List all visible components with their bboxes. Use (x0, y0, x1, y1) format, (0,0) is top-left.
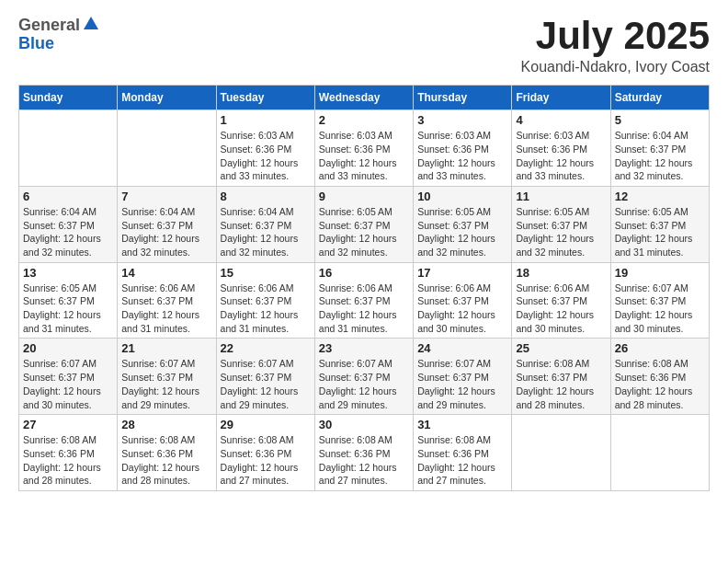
calendar-cell (19, 110, 118, 187)
day-number: 8 (221, 190, 311, 203)
calendar-cell (610, 415, 709, 491)
day-info: Sunrise: 6:08 AMSunset: 6:36 PMDaylight:… (319, 433, 409, 488)
day-number: 30 (319, 418, 409, 431)
calendar-cell: 5Sunrise: 6:04 AMSunset: 6:37 PMDaylight… (610, 110, 709, 187)
day-number: 11 (516, 190, 606, 203)
weekday-header-row: Sunday Monday Tuesday Wednesday Thursday… (19, 86, 710, 110)
day-number: 13 (23, 266, 113, 280)
calendar-cell: 26Sunrise: 6:08 AMSunset: 6:36 PMDayligh… (610, 339, 709, 415)
day-number: 23 (319, 341, 409, 355)
page: General Blue July 2025 Kouandi-Ndakro, I… (0, 0, 728, 563)
day-info: Sunrise: 6:07 AMSunset: 6:37 PMDaylight:… (23, 357, 113, 411)
calendar-cell: 9Sunrise: 6:05 AMSunset: 6:37 PMDaylight… (314, 186, 413, 262)
day-info: Sunrise: 6:07 AMSunset: 6:37 PMDaylight:… (319, 357, 409, 411)
calendar-cell: 10Sunrise: 6:05 AMSunset: 6:37 PMDayligh… (414, 186, 512, 262)
logo-icon (82, 15, 100, 33)
svg-marker-0 (84, 17, 98, 29)
logo-general-text: General (18, 17, 80, 33)
week-row-3: 13Sunrise: 6:05 AMSunset: 6:37 PMDayligh… (19, 262, 710, 339)
day-info: Sunrise: 6:07 AMSunset: 6:37 PMDaylight:… (121, 357, 211, 411)
day-info: Sunrise: 6:03 AMSunset: 6:36 PMDaylight:… (417, 129, 507, 183)
day-number: 27 (23, 418, 113, 431)
calendar-cell: 18Sunrise: 6:06 AMSunset: 6:37 PMDayligh… (512, 262, 610, 339)
week-row-5: 27Sunrise: 6:08 AMSunset: 6:36 PMDayligh… (19, 415, 710, 491)
day-info: Sunrise: 6:03 AMSunset: 6:36 PMDaylight:… (221, 129, 311, 183)
day-info: Sunrise: 6:03 AMSunset: 6:36 PMDaylight:… (319, 129, 409, 183)
day-info: Sunrise: 6:08 AMSunset: 6:36 PMDaylight:… (23, 433, 113, 488)
calendar-cell: 15Sunrise: 6:06 AMSunset: 6:37 PMDayligh… (216, 262, 314, 339)
day-info: Sunrise: 6:08 AMSunset: 6:36 PMDaylight:… (417, 433, 507, 488)
calendar-cell: 28Sunrise: 6:08 AMSunset: 6:36 PMDayligh… (118, 415, 216, 491)
day-number: 20 (23, 341, 113, 355)
day-info: Sunrise: 6:08 AMSunset: 6:36 PMDaylight:… (615, 357, 705, 411)
calendar-cell: 4Sunrise: 6:03 AMSunset: 6:36 PMDaylight… (512, 110, 610, 187)
day-info: Sunrise: 6:04 AMSunset: 6:37 PMDaylight:… (615, 129, 705, 183)
header-saturday: Saturday (610, 86, 709, 110)
header-friday: Friday (512, 86, 610, 110)
day-info: Sunrise: 6:05 AMSunset: 6:37 PMDaylight:… (23, 282, 113, 336)
header-sunday: Sunday (19, 86, 118, 110)
day-number: 5 (615, 113, 705, 127)
day-info: Sunrise: 6:06 AMSunset: 6:37 PMDaylight:… (319, 282, 409, 336)
day-number: 18 (516, 266, 606, 280)
calendar-cell: 23Sunrise: 6:07 AMSunset: 6:37 PMDayligh… (314, 339, 413, 415)
calendar-cell (512, 415, 610, 491)
day-number: 19 (615, 266, 705, 280)
day-number: 22 (221, 341, 311, 355)
day-number: 24 (417, 341, 507, 355)
calendar-cell: 20Sunrise: 6:07 AMSunset: 6:37 PMDayligh… (19, 339, 118, 415)
day-info: Sunrise: 6:05 AMSunset: 6:37 PMDaylight:… (417, 205, 507, 259)
day-number: 29 (221, 418, 311, 431)
calendar-cell: 8Sunrise: 6:04 AMSunset: 6:37 PMDaylight… (216, 186, 314, 262)
calendar-cell: 29Sunrise: 6:08 AMSunset: 6:36 PMDayligh… (216, 415, 314, 491)
calendar-cell: 17Sunrise: 6:06 AMSunset: 6:37 PMDayligh… (414, 262, 512, 339)
calendar-cell: 27Sunrise: 6:08 AMSunset: 6:36 PMDayligh… (19, 415, 118, 491)
day-info: Sunrise: 6:04 AMSunset: 6:37 PMDaylight:… (23, 205, 113, 259)
day-number: 31 (417, 418, 507, 431)
calendar-cell: 24Sunrise: 6:07 AMSunset: 6:37 PMDayligh… (414, 339, 512, 415)
header-tuesday: Tuesday (216, 86, 314, 110)
calendar-cell: 11Sunrise: 6:05 AMSunset: 6:37 PMDayligh… (512, 186, 610, 262)
calendar-cell: 31Sunrise: 6:08 AMSunset: 6:36 PMDayligh… (414, 415, 512, 491)
day-info: Sunrise: 6:04 AMSunset: 6:37 PMDaylight:… (221, 205, 311, 259)
day-info: Sunrise: 6:07 AMSunset: 6:37 PMDaylight:… (417, 357, 507, 411)
day-number: 16 (319, 266, 409, 280)
day-info: Sunrise: 6:06 AMSunset: 6:37 PMDaylight:… (516, 282, 606, 336)
calendar-cell: 3Sunrise: 6:03 AMSunset: 6:36 PMDaylight… (414, 110, 512, 187)
day-number: 4 (516, 113, 606, 127)
header-wednesday: Wednesday (314, 86, 413, 110)
calendar-title: July 2025 (521, 15, 710, 57)
day-number: 12 (615, 190, 705, 203)
day-info: Sunrise: 6:08 AMSunset: 6:36 PMDaylight:… (121, 433, 211, 488)
week-row-1: 1Sunrise: 6:03 AMSunset: 6:36 PMDaylight… (19, 110, 710, 187)
day-info: Sunrise: 6:06 AMSunset: 6:37 PMDaylight:… (121, 282, 211, 336)
day-number: 10 (417, 190, 507, 203)
calendar-cell: 16Sunrise: 6:06 AMSunset: 6:37 PMDayligh… (314, 262, 413, 339)
day-number: 7 (121, 190, 211, 203)
day-number: 26 (615, 341, 705, 355)
calendar-cell: 30Sunrise: 6:08 AMSunset: 6:36 PMDayligh… (314, 415, 413, 491)
day-info: Sunrise: 6:03 AMSunset: 6:36 PMDaylight:… (516, 129, 606, 183)
calendar-cell: 6Sunrise: 6:04 AMSunset: 6:37 PMDaylight… (19, 186, 118, 262)
day-number: 25 (516, 341, 606, 355)
logo: General Blue (18, 15, 100, 52)
day-info: Sunrise: 6:08 AMSunset: 6:36 PMDaylight:… (221, 433, 311, 488)
calendar-cell: 21Sunrise: 6:07 AMSunset: 6:37 PMDayligh… (118, 339, 216, 415)
calendar-location: Kouandi-Ndakro, Ivory Coast (521, 59, 710, 75)
calendar-cell: 22Sunrise: 6:07 AMSunset: 6:37 PMDayligh… (216, 339, 314, 415)
calendar-table: Sunday Monday Tuesday Wednesday Thursday… (18, 85, 710, 491)
day-number: 15 (221, 266, 311, 280)
logo-blue-text: Blue (18, 35, 100, 52)
calendar-cell: 12Sunrise: 6:05 AMSunset: 6:37 PMDayligh… (610, 186, 709, 262)
day-number: 6 (23, 190, 113, 203)
header: General Blue July 2025 Kouandi-Ndakro, I… (18, 15, 710, 75)
calendar-cell: 13Sunrise: 6:05 AMSunset: 6:37 PMDayligh… (19, 262, 118, 339)
day-number: 28 (121, 418, 211, 431)
calendar-cell: 19Sunrise: 6:07 AMSunset: 6:37 PMDayligh… (610, 262, 709, 339)
calendar-cell: 2Sunrise: 6:03 AMSunset: 6:36 PMDaylight… (314, 110, 413, 187)
calendar-cell: 25Sunrise: 6:08 AMSunset: 6:37 PMDayligh… (512, 339, 610, 415)
calendar-cell: 7Sunrise: 6:04 AMSunset: 6:37 PMDaylight… (118, 186, 216, 262)
day-info: Sunrise: 6:07 AMSunset: 6:37 PMDaylight:… (615, 282, 705, 336)
day-info: Sunrise: 6:06 AMSunset: 6:37 PMDaylight:… (221, 282, 311, 336)
calendar-cell: 1Sunrise: 6:03 AMSunset: 6:36 PMDaylight… (216, 110, 314, 187)
